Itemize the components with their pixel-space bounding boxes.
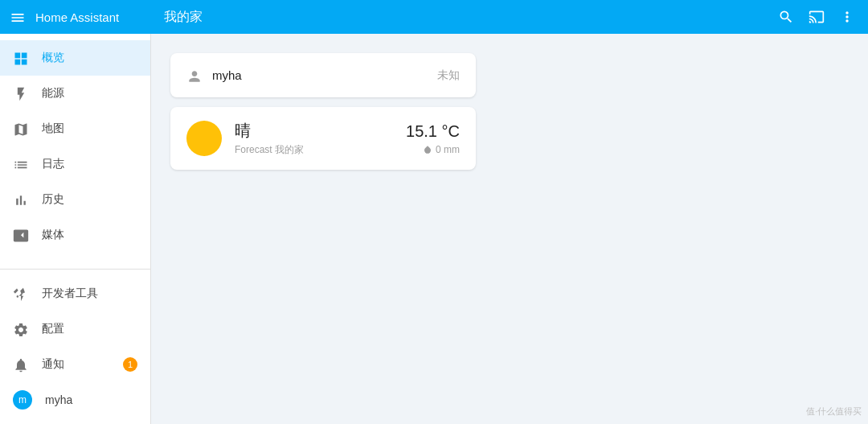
media-icon: [13, 226, 29, 243]
sidebar-item-overview[interactable]: 概览: [0, 40, 150, 76]
person-card: myha 未知: [170, 53, 476, 97]
watermark: 值·什么值得买: [806, 405, 862, 418]
chart-icon: [13, 191, 29, 208]
weather-card: 晴 Forecast 我的家 15.1 °C 0 mm: [170, 107, 476, 170]
person-card-inner: myha 未知: [170, 53, 476, 97]
content-area: myha 未知 晴 Forecast 我的家 15.1 °C 0 mm: [151, 34, 868, 424]
weather-card-inner: 晴 Forecast 我的家 15.1 °C 0 mm: [170, 107, 476, 170]
sidebar-label-map: 地图: [42, 121, 64, 136]
weather-location: Forecast 我的家: [235, 143, 393, 157]
sidebar-label-log: 日志: [42, 157, 64, 171]
sidebar-bottom: 开发者工具 配置 通知 1 m myha: [0, 269, 150, 424]
notification-badge: 1: [123, 357, 137, 372]
menu-icon[interactable]: [10, 8, 26, 25]
sidebar-label-notifications: 通知: [42, 357, 64, 372]
topbar-actions: [778, 9, 855, 25]
weather-temp: 15.1 °C 0 mm: [406, 122, 460, 155]
topbar-right: 我的家: [151, 9, 868, 26]
sidebar-label-user: myha: [45, 393, 72, 406]
sidebar-item-map[interactable]: 地图: [0, 111, 150, 146]
sidebar-label-media: 媒体: [42, 228, 64, 242]
list-icon: [13, 155, 29, 172]
gear-icon: [13, 320, 29, 337]
cast-icon[interactable]: [809, 9, 825, 25]
wrench-icon: [13, 285, 29, 302]
topbar-left: Home Assistant: [0, 8, 151, 25]
sidebar-nav: 概览 能源 地图 日志: [0, 34, 150, 269]
sidebar-label-history: 历史: [42, 192, 64, 207]
sidebar-item-energy[interactable]: 能源: [0, 76, 150, 111]
temperature-value: 15.1 °C: [406, 122, 460, 141]
sidebar-label-overview: 概览: [42, 51, 64, 65]
topbar: Home Assistant 我的家: [0, 0, 868, 34]
sun-icon: [186, 121, 222, 156]
sidebar-item-media[interactable]: 媒体: [0, 217, 150, 253]
sidebar-item-history[interactable]: 历史: [0, 182, 150, 217]
rain-value: 0 mm: [406, 144, 460, 155]
app-title: Home Assistant: [35, 10, 119, 24]
page-title: 我的家: [164, 9, 203, 26]
grid-icon: [13, 49, 29, 66]
sidebar-item-log[interactable]: 日志: [0, 146, 150, 182]
sidebar-item-developer[interactable]: 开发者工具: [0, 276, 150, 311]
sidebar-item-settings[interactable]: 配置: [0, 311, 150, 347]
sidebar-label-energy: 能源: [42, 86, 64, 101]
weather-condition: 晴: [235, 120, 393, 142]
person-icon: [186, 66, 203, 84]
sidebar-item-notifications[interactable]: 通知 1: [0, 347, 150, 382]
search-icon[interactable]: [778, 9, 794, 25]
person-status: 未知: [437, 68, 460, 83]
sidebar-item-user[interactable]: m myha: [0, 382, 150, 418]
map-icon: [13, 120, 29, 137]
more-icon[interactable]: [839, 9, 855, 25]
rain-amount: 0 mm: [436, 144, 460, 155]
sidebar: 概览 能源 地图 日志: [0, 34, 151, 424]
weather-info: 晴 Forecast 我的家: [235, 120, 393, 157]
bell-icon: [13, 356, 29, 373]
person-name: myha: [212, 68, 428, 82]
sidebar-label-settings: 配置: [42, 322, 64, 336]
sidebar-label-developer: 开发者工具: [42, 286, 98, 301]
bolt-icon: [13, 84, 29, 101]
avatar: m: [13, 390, 32, 410]
main-layout: 概览 能源 地图 日志: [0, 34, 868, 424]
